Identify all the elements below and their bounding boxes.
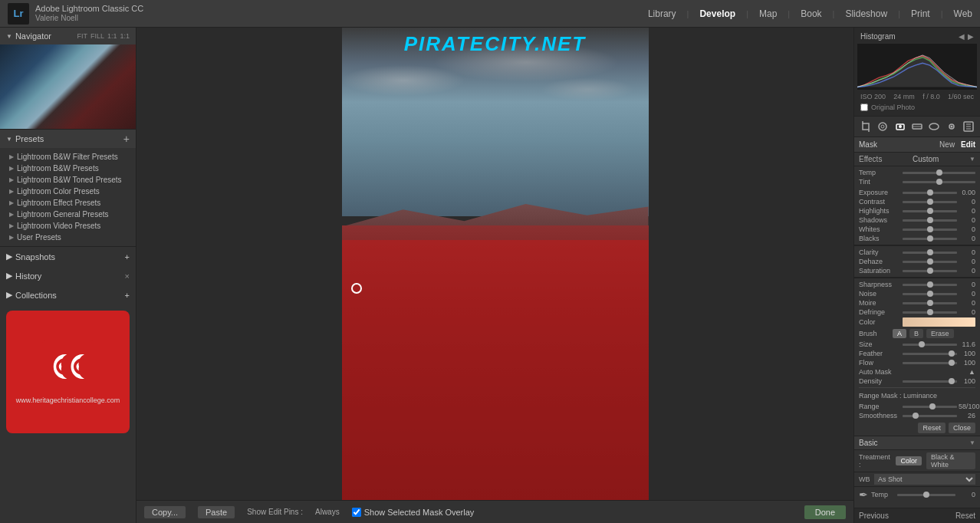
auto-mask-arrow-icon[interactable]: ▲ — [959, 368, 975, 376]
mask-new-button[interactable]: New — [939, 140, 955, 149]
blacks-slider-thumb[interactable] — [927, 235, 933, 242]
navigator-header[interactable]: ▼ Navigator FIT FILL 1:1 1:1 — [0, 28, 136, 44]
noise-slider-thumb[interactable] — [927, 291, 933, 297]
radial-filter-tool-icon[interactable] — [927, 120, 941, 133]
size-slider-thumb[interactable] — [919, 341, 925, 347]
mask-pin[interactable] — [351, 283, 362, 294]
list-item[interactable]: ▶ Lightroom General Presets — [0, 209, 136, 220]
whites-slider-thumb[interactable] — [927, 226, 933, 232]
shadows-slider[interactable] — [903, 219, 957, 222]
reset-button[interactable]: Reset — [918, 423, 945, 433]
color-treatment-button[interactable]: Color — [896, 456, 922, 465]
brush-tab-erase[interactable]: Erase — [926, 329, 954, 338]
temp-slider[interactable] — [903, 172, 975, 174]
size-slider[interactable] — [903, 344, 957, 346]
snapshots-add-button[interactable]: + — [125, 252, 130, 262]
shadows-slider-thumb[interactable] — [927, 217, 933, 223]
list-item[interactable]: ▶ Lightroom Color Presets — [0, 186, 136, 197]
list-item[interactable]: ▶ Lightroom Video Presets — [0, 220, 136, 232]
exposure-slider[interactable] — [903, 192, 957, 194]
flow-slider-thumb[interactable] — [949, 360, 955, 366]
menu-map[interactable]: Map — [759, 8, 777, 19]
bw-treatment-button[interactable]: Black & White — [926, 452, 975, 469]
histogram-collapse-icon[interactable]: ▶ — [968, 32, 974, 41]
sharpness-slider-thumb[interactable] — [927, 281, 933, 288]
history-close-button[interactable]: × — [125, 271, 130, 281]
presets-header[interactable]: ▼ Presets + — [0, 130, 136, 148]
feather-slider[interactable] — [903, 353, 957, 355]
density-slider[interactable] — [903, 380, 957, 383]
menu-slideshow[interactable]: Slideshow — [845, 8, 887, 19]
whites-slider[interactable] — [903, 229, 957, 231]
menu-web[interactable]: Web — [954, 8, 972, 19]
brush-tab-a[interactable]: A — [893, 329, 906, 338]
settings-icon[interactable] — [962, 120, 975, 133]
show-overlay-checkbox[interactable] — [352, 508, 361, 517]
blacks-slider[interactable] — [903, 238, 957, 240]
menu-develop[interactable]: Develop — [699, 8, 735, 19]
menu-book[interactable]: Book — [801, 8, 821, 19]
paste-button[interactable]: Paste — [198, 506, 235, 518]
range-slider-thumb[interactable] — [929, 403, 936, 410]
clarity-slider-thumb[interactable] — [927, 249, 933, 255]
temp-slider-thumb[interactable] — [936, 169, 942, 176]
list-item[interactable]: ▶ Lightroom B&W Presets — [0, 163, 136, 174]
effects-chevron-icon[interactable]: ▼ — [969, 156, 975, 163]
contrast-slider-thumb[interactable] — [927, 199, 933, 205]
dehaze-slider-thumb[interactable] — [927, 258, 933, 265]
original-photo-checkbox[interactable] — [860, 104, 868, 111]
list-item[interactable]: ▶ Lightroom B&W Toned Presets — [0, 174, 136, 186]
smoothness-slider-thumb[interactable] — [913, 413, 919, 419]
moire-slider-thumb[interactable] — [927, 300, 933, 306]
contrast-slider[interactable] — [903, 201, 957, 203]
mask-edit-button[interactable]: Edit — [961, 140, 975, 149]
spot-removal-tool-icon[interactable] — [876, 120, 890, 133]
tint-slider-thumb[interactable] — [936, 179, 942, 185]
presets-add-button[interactable]: + — [123, 133, 130, 144]
highlights-slider-thumb[interactable] — [927, 208, 933, 214]
cc-ad-banner[interactable]: www.heritagechristiancollege.com — [6, 311, 130, 433]
collections-section[interactable]: ▶ Collections + — [0, 285, 136, 304]
highlights-slider[interactable] — [903, 210, 957, 212]
menu-library[interactable]: Library — [648, 8, 676, 19]
copy-button[interactable]: Copy... — [144, 506, 186, 518]
smoothness-slider[interactable] — [903, 415, 957, 417]
crop-tool-icon[interactable] — [859, 120, 873, 133]
dehaze-slider[interactable] — [903, 261, 957, 263]
saturation-slider[interactable] — [903, 270, 957, 272]
menu-print[interactable]: Print — [911, 8, 930, 19]
defringe-slider-thumb[interactable] — [927, 309, 933, 315]
basic-section-header[interactable]: Basic ▼ — [854, 436, 980, 450]
temp-basic-slider[interactable] — [897, 494, 955, 496]
defringe-slider[interactable] — [903, 311, 957, 314]
collections-add-button[interactable]: + — [125, 291, 130, 300]
tint-slider[interactable] — [903, 181, 975, 183]
histogram-expand-icon[interactable]: ◀ — [959, 32, 965, 41]
history-section[interactable]: ▶ History × — [0, 266, 136, 285]
color-swatch[interactable] — [903, 317, 975, 327]
range-slider[interactable] — [903, 406, 957, 408]
nav-reset-button[interactable]: Reset — [955, 511, 975, 520]
eyedropper-icon[interactable]: ✒ — [859, 488, 868, 501]
wb-dropdown[interactable]: As Shot — [874, 474, 975, 485]
clarity-slider[interactable] — [903, 252, 957, 254]
list-item[interactable]: ▶ Lightroom B&W Filter Presets — [0, 151, 136, 163]
done-button[interactable]: Done — [804, 505, 846, 519]
exposure-slider-thumb[interactable] — [927, 189, 933, 196]
close-button[interactable]: Close — [949, 423, 975, 433]
snapshots-section[interactable]: ▶ Snapshots + — [0, 247, 136, 266]
density-slider-thumb[interactable] — [949, 378, 955, 384]
brush-tab-b[interactable]: B — [909, 329, 923, 338]
previous-button[interactable]: Previous — [859, 511, 889, 520]
moire-slider[interactable] — [903, 302, 957, 304]
feather-slider-thumb[interactable] — [949, 350, 955, 357]
list-item[interactable]: ▶ User Presets — [0, 232, 136, 243]
flow-slider[interactable] — [903, 362, 957, 364]
red-eye-tool-icon[interactable] — [945, 120, 959, 133]
noise-slider[interactable] — [903, 293, 957, 295]
temp-basic-thumb[interactable] — [923, 492, 929, 498]
gradient-filter-tool-icon[interactable] — [910, 120, 924, 133]
show-overlay-check[interactable]: Show Selected Mask Overlay — [352, 508, 475, 517]
list-item[interactable]: ▶ Lightroom Effect Presets — [0, 197, 136, 209]
adjustment-brush-tool-icon[interactable] — [893, 120, 907, 133]
